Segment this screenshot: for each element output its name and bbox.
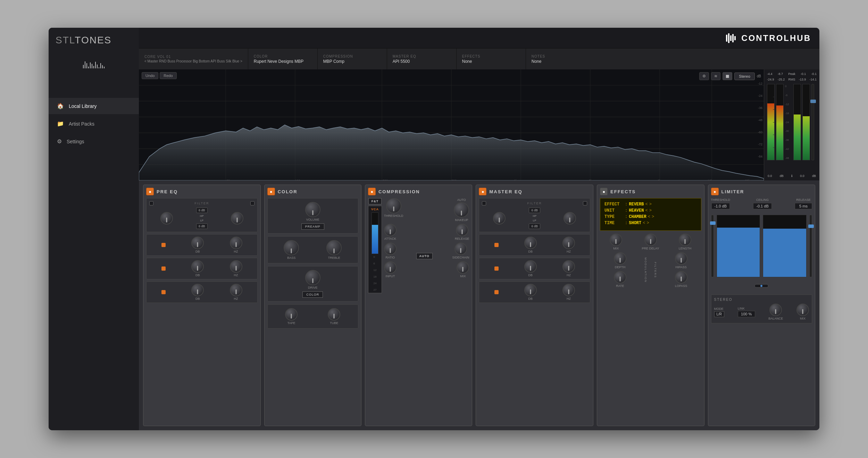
master-eq-power[interactable]: ■: [479, 188, 486, 195]
meter-bars-container: 0 -6 -12 -18 -24 -30 -36 -42 -48: [767, 84, 817, 171]
sidebar-item-local-library[interactable]: 🏠 Local Library: [49, 98, 139, 114]
lim-slider-thumb-r[interactable]: [808, 224, 814, 228]
sidebar-item-artist-packs[interactable]: 📁 Artist Packs: [49, 116, 139, 132]
release-knob[interactable]: [456, 224, 468, 236]
effect-arrow-r[interactable]: >: [649, 202, 652, 207]
lim-slider-track-l[interactable]: [711, 215, 714, 277]
lim-mix-knob[interactable]: [796, 304, 809, 316]
meq-filter-btn-hp[interactable]: 6 dB: [529, 207, 540, 213]
treble-knob[interactable]: [326, 240, 342, 255]
color-power[interactable]: ■: [267, 188, 275, 195]
band3-freq[interactable]: [230, 284, 242, 296]
meq-band3-gain-knob[interactable]: [524, 284, 537, 296]
tape-knob[interactable]: [285, 308, 298, 321]
type-arrow-r[interactable]: >: [652, 214, 654, 219]
type-sep: :: [625, 214, 627, 219]
band3-gain[interactable]: [191, 284, 204, 296]
color-button[interactable]: COLOR: [302, 291, 323, 298]
time-arrow-l[interactable]: <: [643, 221, 645, 226]
mode-button[interactable]: L/R: [714, 311, 725, 317]
mode-label: MODE: [714, 307, 725, 311]
hp-knob[interactable]: [160, 212, 173, 224]
unit-arrow-r[interactable]: >: [649, 208, 652, 213]
compression-module: ■ COMPRESSION F&T VCA: [365, 185, 472, 426]
preamp-button[interactable]: PREAMP: [301, 223, 324, 230]
pre-delay-knob[interactable]: [644, 234, 657, 246]
band2-gain[interactable]: [191, 260, 204, 273]
lopass-knob[interactable]: [675, 271, 687, 283]
depth-knob[interactable]: [614, 252, 626, 265]
threshold-label: THRESHOLD: [384, 214, 403, 218]
band2-freq[interactable]: [230, 260, 242, 273]
master-eq-header: ■ MASTER EQ: [479, 188, 590, 195]
meq-band1-freq-knob[interactable]: [562, 237, 575, 249]
effects-bottom-row: DEPTH RATE MODULATION FILTERS: [600, 252, 701, 288]
fat-button[interactable]: F&T: [368, 198, 382, 204]
meq-filter-btn-lp[interactable]: 6 dB: [529, 223, 540, 229]
vca-meter: [372, 212, 378, 254]
makeup-knob[interactable]: [454, 202, 469, 218]
length-knob[interactable]: [679, 234, 691, 246]
attack-release-row: ATTACK RELEASE: [384, 224, 469, 240]
pre-eq-power[interactable]: ■: [146, 188, 154, 195]
meq-band3-freq-knob[interactable]: [562, 284, 575, 296]
threshold-knob[interactable]: [386, 198, 401, 213]
band1-gain[interactable]: [191, 237, 204, 249]
effects-lcd: EFFECT : REVERB < > UNIT : HEAVEN < >: [600, 198, 701, 231]
meq-lp-knob[interactable]: [564, 212, 576, 224]
effect-sep-1: :: [625, 202, 627, 207]
ratio-knob-container: RATIO: [384, 243, 397, 259]
meq-filter-check-r[interactable]: [583, 201, 587, 205]
filter-btn-lp[interactable]: 6 dB: [196, 223, 208, 229]
lim-slider-thumb-l[interactable]: [710, 221, 716, 225]
meter-slider-thumb[interactable]: [810, 100, 816, 103]
unit-arrow-l[interactable]: <: [645, 208, 648, 213]
meq-hp-knob[interactable]: [493, 212, 506, 224]
meq-band2-freq-knob[interactable]: [562, 260, 575, 273]
meq-filter-check-l[interactable]: [482, 201, 486, 205]
filter-btn-hp[interactable]: 6 dB: [196, 207, 208, 213]
effect-arrow-l[interactable]: <: [645, 202, 648, 207]
effects-mix-knob[interactable]: [610, 234, 622, 246]
ratio-knob[interactable]: [384, 243, 397, 255]
vca-section: F&T VCA 0 6 12 18: [368, 198, 382, 293]
lp-knob[interactable]: [231, 212, 243, 224]
attack-knob[interactable]: [384, 224, 397, 236]
freq-300: 300: [383, 179, 388, 180]
volume-knob[interactable]: [305, 202, 320, 217]
sidechain-knob[interactable]: [454, 243, 467, 255]
hipass-knob[interactable]: [675, 252, 687, 265]
tube-knob[interactable]: [328, 308, 340, 321]
compression-power[interactable]: ■: [368, 188, 376, 195]
lim-fill-l: [717, 228, 760, 277]
balance-knob[interactable]: [769, 304, 782, 316]
meq-band-2: dB Hz: [479, 258, 590, 279]
filter-check-r[interactable]: [250, 201, 254, 205]
waveform-btn[interactable]: ≋: [711, 72, 720, 80]
band3-gain-label: dB: [195, 297, 200, 300]
input-knob[interactable]: [384, 261, 397, 274]
filter-check-l[interactable]: [149, 201, 153, 205]
spectrum-btn[interactable]: ▦: [723, 72, 732, 80]
time-arrow-r[interactable]: >: [646, 221, 649, 226]
auto-button[interactable]: AUTO: [416, 253, 433, 259]
meter-slider[interactable]: [811, 84, 814, 160]
time-val: SHORT: [629, 221, 641, 226]
compression-body: F&T VCA 0 6 12 18: [368, 198, 469, 293]
meq-band2-gain-knob[interactable]: [524, 260, 537, 273]
sidechain-knob-container: SIDECHAIN: [452, 243, 469, 259]
type-arrow-l[interactable]: <: [648, 214, 650, 219]
band1-freq[interactable]: [230, 237, 242, 249]
settings-btn[interactable]: ⚙: [699, 72, 709, 80]
limiter-power[interactable]: ■: [711, 188, 719, 195]
lim-slider-track-r[interactable]: [809, 215, 812, 277]
drive-knob[interactable]: [305, 270, 320, 285]
lim-meter-r: [763, 215, 807, 277]
comp-mix-knob[interactable]: [457, 261, 469, 274]
meq-band1-gain-knob[interactable]: [524, 237, 537, 249]
stereo-btn[interactable]: Stereo: [734, 73, 754, 80]
bass-knob[interactable]: [284, 240, 299, 255]
rate-knob[interactable]: [614, 271, 626, 283]
sidebar-item-settings[interactable]: ⚙ Settings: [49, 133, 139, 150]
effects-power[interactable]: ■: [600, 188, 608, 195]
